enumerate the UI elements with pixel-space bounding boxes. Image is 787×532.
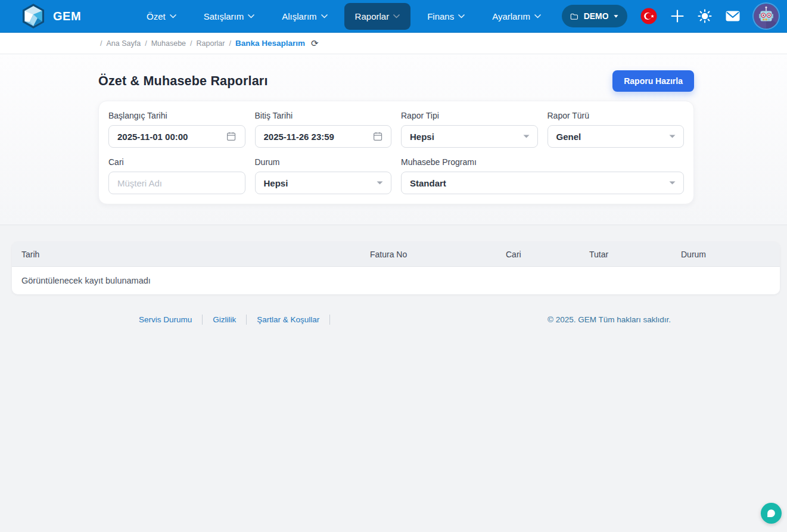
add-new-button[interactable] [670,9,685,23]
column-header-tutar: Tutar [580,250,671,259]
breadcrumb-item-raporlar[interactable]: Raporlar [197,39,225,48]
brand[interactable]: GEM [20,3,81,29]
footer-link-servis-durumu[interactable]: Servis Durumu [139,315,192,324]
column-header-durum: Durum [671,250,780,259]
calendar-icon[interactable] [372,130,383,142]
chat-widget-button[interactable] [761,503,782,524]
breadcrumb-separator: / [229,39,231,48]
report-kind-label: Rapor Türü [548,111,685,120]
results-table: Tarih Fatura No Cari Tutar Durum Görüntü… [12,242,780,294]
column-header-fatura-no: Fatura No [360,250,496,259]
customer-field: Cari [108,157,245,194]
nav-item-label: Alışlarım [282,11,316,21]
chevron-down-icon [393,14,400,18]
footer-link-gizlilik[interactable]: Gizlilik [213,315,236,324]
nav-item-alislarim[interactable]: Alışlarım [271,3,338,30]
language-flag-button[interactable] [640,8,657,24]
caret-down-icon [614,14,618,18]
status-select[interactable]: Hepsi [255,172,392,194]
robot-avatar-icon [754,4,779,29]
breadcrumb-separator: / [145,39,147,48]
copyright-text: © 2025. GEM Tüm hakları saklıdır. [548,315,671,324]
turkish-flag-icon [640,8,657,24]
column-header-cari: Cari [496,250,580,259]
footer-divider [202,315,203,325]
breadcrumb-item-ana-sayfa[interactable]: Ana Sayfa [106,39,141,48]
user-avatar[interactable] [754,4,779,29]
start-date-field: Başlangıç Tarihi [108,111,245,148]
speech-bubble-icon [766,508,776,518]
refresh-icon[interactable]: ⟳ [311,38,319,49]
footer-divider [329,315,330,325]
breadcrumb-separator: / [190,39,192,48]
footer: Servis Durumu Gizlilik Şartlar & Koşulla… [98,315,694,325]
caret-down-icon [669,135,676,138]
customer-value[interactable] [117,178,237,188]
accounting-program-field: Muhasebe Programı Standart [401,157,684,194]
breadcrumb-separator: / [100,39,102,48]
nav-item-label: Özet [147,11,166,21]
caret-down-icon [669,181,676,185]
footer-links: Servis Durumu Gizlilik Şartlar & Koşulla… [139,315,340,325]
status-value: Hepsi [264,178,288,188]
report-type-label: Rapor Tipi [401,111,538,120]
sun-icon [698,9,712,23]
report-kind-value: Genel [556,132,581,142]
report-filters-section: Özet & Muhasebe Raporları Raporu Hazırla… [0,54,787,225]
filter-card: Başlangıç Tarihi Bitiş Tarihi [98,101,694,204]
start-date-value[interactable] [117,132,226,142]
footer-link-sartlar-kosullar[interactable]: Şartlar & Koşullar [257,315,319,324]
start-date-input[interactable] [108,125,245,148]
report-type-value: Hepsi [410,132,434,142]
report-kind-field: Rapor Türü Genel [548,111,685,148]
column-header-tarih: Tarih [12,250,360,259]
workspace-name: DEMO ... [584,11,608,21]
gem-logo-icon [20,3,46,29]
caret-down-icon [377,181,383,185]
top-navbar: GEM Özet Satışlarım Alışlarım Raporlar F… [0,0,787,33]
end-date-field: Bitiş Tarihi [255,111,392,148]
prepare-report-button[interactable]: Raporu Hazırla [612,70,694,92]
breadcrumb: / Ana Sayfa / Muhasebe / Raporlar / Bank… [0,33,787,54]
workspace-selector[interactable]: DEMO ... [562,5,627,27]
nav-item-raporlar[interactable]: Raporlar [344,3,411,30]
chevron-down-icon [458,14,465,18]
nav-item-ayarlarim[interactable]: Ayarlarım [481,3,552,30]
empty-state-message: Görüntülenecek kayıt bulunamadı [21,276,151,285]
footer-divider [246,315,247,325]
navbar-right: DEMO ... [562,4,779,29]
brand-name: GEM [53,10,81,23]
main-menu: Özet Satışlarım Alışlarım Raporlar Finan… [136,0,552,32]
report-type-select[interactable]: Hepsi [401,125,538,148]
calendar-icon[interactable] [226,130,237,142]
report-kind-select[interactable]: Genel [548,125,685,148]
nav-item-ozet[interactable]: Özet [136,3,187,30]
accounting-program-select[interactable]: Standart [401,172,684,194]
nav-item-finans[interactable]: Finans [416,3,475,30]
nav-item-satislarim[interactable]: Satışlarım [193,3,266,30]
folder-icon [570,11,578,21]
chevron-down-icon [534,14,541,18]
theme-toggle-button[interactable] [698,9,712,23]
customer-input[interactable] [108,172,245,194]
end-date-value[interactable] [264,132,372,142]
report-type-field: Rapor Tipi Hepsi [401,111,538,148]
customer-label: Cari [108,157,245,167]
status-field: Durum Hepsi [255,157,392,194]
nav-item-label: Finans [427,11,454,21]
results-section: Tarih Fatura No Cari Tutar Durum Görüntü… [0,225,787,532]
chevron-down-icon [321,14,328,18]
caret-down-icon [523,135,530,138]
end-date-label: Bitiş Tarihi [255,111,392,120]
breadcrumb-item-muhasebe[interactable]: Muhasebe [151,39,186,48]
end-date-input[interactable] [255,125,392,148]
accounting-program-value: Standart [410,178,446,188]
plus-icon [670,9,685,23]
accounting-program-label: Muhasebe Programı [401,157,684,167]
messages-button[interactable] [725,10,741,23]
nav-item-label: Raporlar [355,11,390,21]
mail-icon [725,10,741,23]
breadcrumb-item-active[interactable]: Banka Hesaplarım [235,39,305,48]
empty-state-row: Görüntülenecek kayıt bulunamadı [12,267,780,294]
chevron-down-icon [248,14,254,18]
